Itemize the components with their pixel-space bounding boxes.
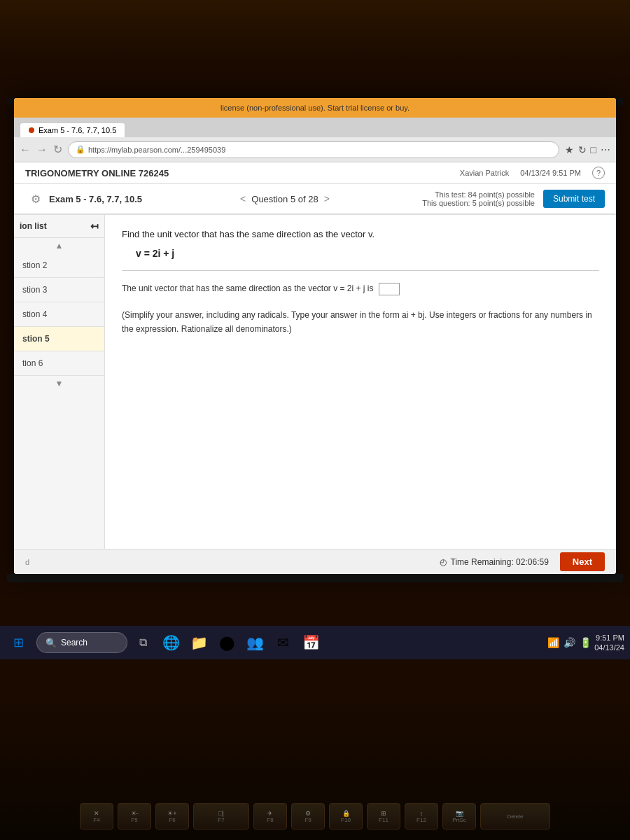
sys-tray-icons: 📶 🔊 🔋: [547, 637, 592, 648]
star-icon[interactable]: ★: [565, 144, 574, 155]
exam-header: ⚙ Exam 5 - 7.6, 7.7, 10.5 < Question 5 o…: [14, 184, 616, 215]
clock-icon: ◴: [440, 557, 447, 567]
key-x[interactable]: ✕ F4: [80, 803, 113, 830]
sidebar-item-3[interactable]: stion 3: [14, 278, 104, 302]
back-icon[interactable]: ←: [20, 144, 31, 156]
volume-icon[interactable]: 🔊: [564, 637, 575, 648]
license-text: license (non-professional use). Start tr…: [20, 104, 610, 112]
next-button[interactable]: Next: [560, 552, 605, 571]
tab-icon[interactable]: □: [591, 144, 596, 155]
next-question-arrow[interactable]: >: [324, 193, 330, 204]
answer-instruction: The unit vector that has the same direct…: [122, 282, 599, 336]
submit-test-button[interactable]: Submit test: [543, 190, 605, 208]
browser-bar: ← → ↻ 🔒 https://mylab.pearson.com/...259…: [14, 137, 616, 162]
key-f10[interactable]: 🔒 F10: [329, 803, 363, 830]
taskbar-teams-icon[interactable]: 👥: [242, 630, 267, 655]
refresh-icon[interactable]: ↻: [53, 143, 62, 156]
exam-title: Exam 5 - 7.6, 7.7, 10.5: [49, 194, 161, 204]
sidebar-header: ion list ↤: [14, 215, 104, 238]
lock-icon: 🔒: [76, 145, 85, 154]
forward-icon[interactable]: →: [36, 144, 48, 156]
system-tray: 📶 🔊 🔋 9:51 PM 04/13/24: [547, 633, 624, 653]
browser-icons: ★ ↻ □ ⋯: [565, 144, 610, 155]
bottom-left-label: d: [25, 558, 29, 566]
key-f6[interactable]: ☀+ F6: [155, 803, 189, 830]
key-f12[interactable]: ↕ F12: [405, 803, 438, 830]
license-banner: license (non-professional use). Start tr…: [14, 98, 616, 118]
url-text: https://mylab.pearson.com/...259495039: [88, 146, 225, 154]
keyboard-area: ✕ F4 ☀- F5 ☀+ F6 □| F7 ✈ F8 ⚙ F9 🔒 F10 ⊞: [0, 700, 630, 840]
menu-icon[interactable]: ⋯: [601, 144, 610, 155]
scroll-down-icon[interactable]: ▼: [14, 376, 104, 391]
taskbar-task-view[interactable]: ⧉: [130, 630, 155, 655]
key-f9[interactable]: ⚙ F9: [291, 803, 325, 830]
refresh-icon2[interactable]: ↻: [578, 144, 587, 155]
taskbar-mail-icon[interactable]: ✉: [270, 630, 295, 655]
question-nav: < Question 5 of 28 >: [169, 193, 400, 204]
collapse-sidebar-icon[interactable]: ↤: [90, 220, 99, 232]
date-time: 04/13/24 9:51 PM: [520, 169, 581, 177]
tab-favicon: [29, 127, 34, 133]
question-label: Question 5 of 28: [251, 194, 318, 204]
pearson-header: TRIGONOMETRY ONLINE 726245 Xavian Patric…: [14, 162, 616, 184]
site-title: TRIGONOMETRY ONLINE 726245: [25, 168, 169, 178]
sidebar-item-4[interactable]: stion 4: [14, 302, 104, 327]
key-f11[interactable]: ⊞ F11: [367, 803, 400, 830]
main-content: ion list ↤ ▲ stion 2 stion 3 stion 4 sti…: [14, 215, 616, 566]
question-points: This question: 5 point(s) possible: [409, 199, 535, 207]
taskbar-chrome-icon[interactable]: ⬤: [214, 630, 239, 655]
answer-divider: [122, 270, 599, 271]
key-prtsc[interactable]: 📷 PrtSc: [442, 803, 476, 830]
url-bar[interactable]: 🔒 https://mylab.pearson.com/...259495039: [68, 141, 559, 158]
search-icon: 🔍: [46, 638, 57, 648]
answer-input-box[interactable]: [379, 283, 400, 295]
sidebar-item-2[interactable]: stion 2: [14, 253, 104, 278]
user-info: Xavian Patrick 04/13/24 9:51 PM ?: [460, 167, 605, 179]
scroll-up-icon[interactable]: ▲: [14, 238, 104, 253]
question-prompt: Find the unit vector that has the same d…: [122, 229, 599, 239]
user-name: Xavian Patrick: [460, 169, 509, 177]
vector-equation: v = 2i + j: [122, 248, 599, 259]
time-remaining-text: Time Remaining: 02:06:59: [451, 557, 549, 567]
sidebar-title: ion list: [20, 221, 47, 231]
taskbar-time: 9:51 PM: [594, 633, 624, 643]
question-content: Find the unit vector that has the same d…: [105, 215, 616, 566]
prev-question-arrow[interactable]: <: [240, 193, 246, 204]
bottom-bar: d ◴ Time Remaining: 02:06:59 Next: [14, 549, 616, 574]
tab-strip: Exam 5 - 7.6, 7.7, 10.5: [14, 118, 616, 137]
gear-icon[interactable]: ⚙: [31, 192, 41, 206]
wifi-icon[interactable]: 📶: [547, 637, 559, 648]
taskbar: ⊞ 🔍 Search ⧉ 🌐 📁 ⬤ 👥 ✉ 📅 📶 🔊 🔋 9:51 PM 0…: [0, 626, 630, 659]
taskbar-search-box[interactable]: 🔍 Search: [36, 632, 127, 653]
taskbar-calendar-icon[interactable]: 📅: [298, 630, 323, 655]
clock-display[interactable]: 9:51 PM 04/13/24: [594, 633, 624, 653]
sidebar-item-6[interactable]: tion 6: [14, 351, 104, 376]
battery-icon[interactable]: 🔋: [580, 637, 592, 648]
search-label: Search: [61, 638, 88, 648]
key-f5[interactable]: ☀- F5: [118, 803, 151, 830]
function-key-row: ✕ F4 ☀- F5 ☀+ F6 □| F7 ✈ F8 ⚙ F9 🔒 F10 ⊞: [0, 803, 630, 830]
key-f8[interactable]: ✈ F8: [253, 803, 287, 830]
taskbar-explorer-icon[interactable]: 📁: [186, 630, 211, 655]
key-f7[interactable]: □| F7: [193, 803, 249, 830]
active-tab[interactable]: Exam 5 - 7.6, 7.7, 10.5: [20, 122, 125, 137]
taskbar-edge-icon[interactable]: 🌐: [158, 630, 183, 655]
key-delete[interactable]: Delete: [480, 803, 550, 830]
help-icon[interactable]: ?: [592, 167, 605, 179]
sidebar-item-5[interactable]: stion 5: [14, 327, 104, 351]
time-remaining: ◴ Time Remaining: 02:06:59: [440, 557, 549, 567]
question-sidebar: ion list ↤ ▲ stion 2 stion 3 stion 4 sti…: [14, 215, 105, 566]
question-info-right: This test: 84 point(s) possible This que…: [409, 190, 535, 207]
windows-start-button[interactable]: ⊞: [6, 630, 31, 655]
taskbar-date: 04/13/24: [594, 643, 624, 652]
tab-label: Exam 5 - 7.6, 7.7, 10.5: [38, 126, 116, 134]
total-points: This test: 84 point(s) possible: [409, 190, 535, 199]
